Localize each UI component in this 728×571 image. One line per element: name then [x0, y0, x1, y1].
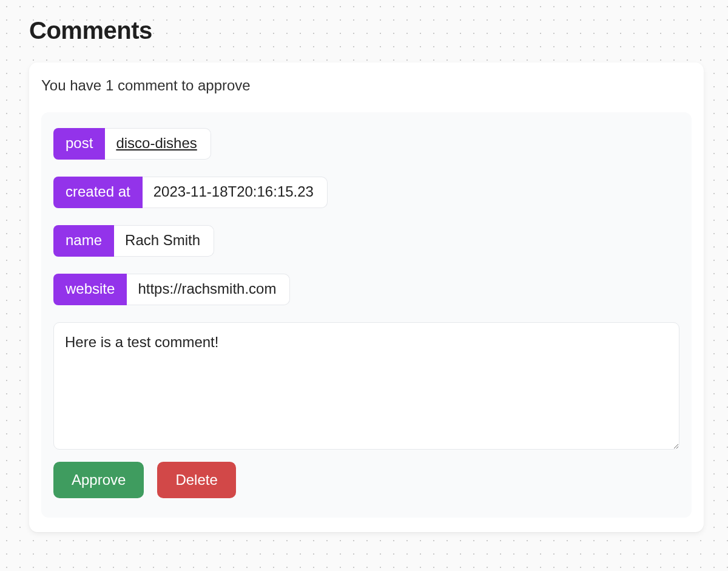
- comments-panel: You have 1 comment to approve post disco…: [29, 63, 704, 532]
- delete-button[interactable]: Delete: [157, 462, 235, 498]
- website-value: https://rachsmith.com: [127, 274, 290, 305]
- field-label-post: post: [53, 128, 105, 160]
- approve-button[interactable]: Approve: [53, 462, 144, 498]
- comment-body-textarea[interactable]: [53, 322, 679, 450]
- action-buttons: Approve Delete: [53, 462, 679, 498]
- field-label-created-at: created at: [53, 177, 143, 208]
- field-website: website https://rachsmith.com: [53, 274, 679, 305]
- comment-card: post disco-dishes created at 2023-11-18T…: [41, 112, 692, 518]
- pending-count-text: You have 1 comment to approve: [41, 77, 692, 94]
- created-at-value: 2023-11-18T20:16:15.23: [143, 177, 328, 208]
- page-title: Comments: [29, 17, 704, 44]
- name-value: Rach Smith: [114, 225, 214, 257]
- post-link[interactable]: disco-dishes: [105, 128, 211, 160]
- field-name: name Rach Smith: [53, 225, 679, 257]
- field-label-name: name: [53, 225, 114, 257]
- field-created-at: created at 2023-11-18T20:16:15.23: [53, 177, 679, 208]
- field-post: post disco-dishes: [53, 128, 679, 160]
- field-label-website: website: [53, 274, 127, 305]
